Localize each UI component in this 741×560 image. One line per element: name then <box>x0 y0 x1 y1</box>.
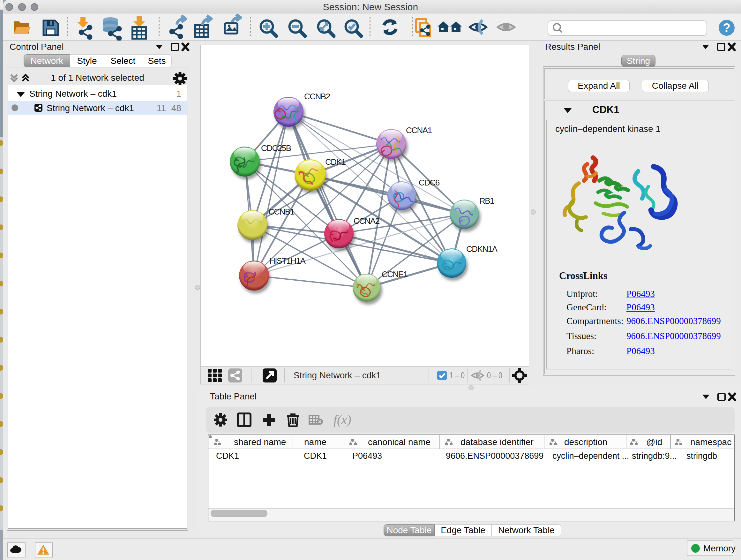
svg-text:CDKN1A: CDKN1A <box>466 244 498 254</box>
svg-text:String Network – cdk1: String Network – cdk1 <box>293 370 381 380</box>
svg-text:RB1: RB1 <box>479 196 494 206</box>
svg-text:CCNA1: CCNA1 <box>406 125 432 135</box>
svg-text:HIST1H1A: HIST1H1A <box>269 256 306 266</box>
svg-text:@id: @id <box>646 437 662 447</box>
svg-text:CDK1: CDK1 <box>325 157 346 167</box>
svg-text:canonical name: canonical name <box>368 437 430 447</box>
svg-text:1 – 0: 1 – 0 <box>449 371 465 380</box>
svg-text:CCNA2: CCNA2 <box>354 216 380 226</box>
svg-text:CCNE1: CCNE1 <box>382 269 408 279</box>
svg-text:CCNB2: CCNB2 <box>304 91 330 101</box>
svg-text:f(x): f(x) <box>333 413 351 427</box>
svg-text:description: description <box>564 437 607 447</box>
svg-text:shared name: shared name <box>234 437 286 447</box>
svg-text:namespac: namespac <box>690 437 731 447</box>
svg-text:CCNB1: CCNB1 <box>268 207 294 216</box>
svg-text:name: name <box>304 437 327 447</box>
svg-text:CDC25B: CDC25B <box>261 143 291 153</box>
svg-text:?: ? <box>723 21 730 35</box>
svg-text:CDC6: CDC6 <box>419 178 440 187</box>
svg-text:database identifier: database identifier <box>461 437 534 447</box>
svg-text:0 – 0: 0 – 0 <box>487 371 502 380</box>
